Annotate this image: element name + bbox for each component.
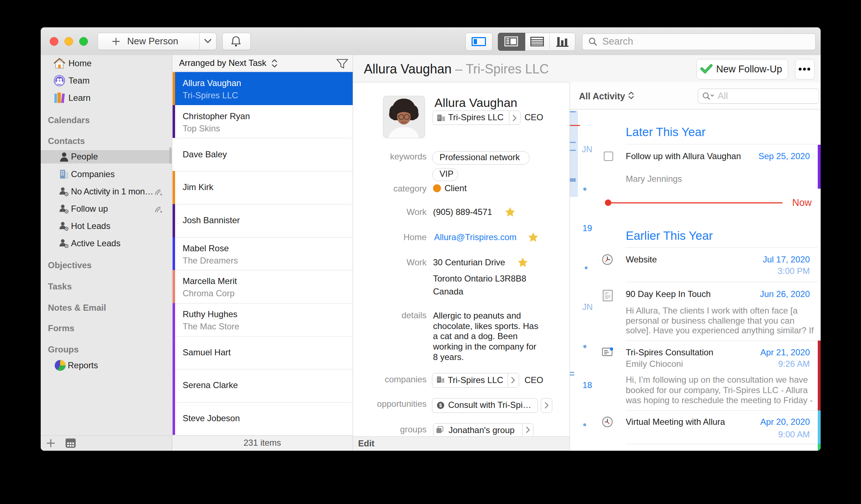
svg-text:$: $ xyxy=(439,402,442,408)
